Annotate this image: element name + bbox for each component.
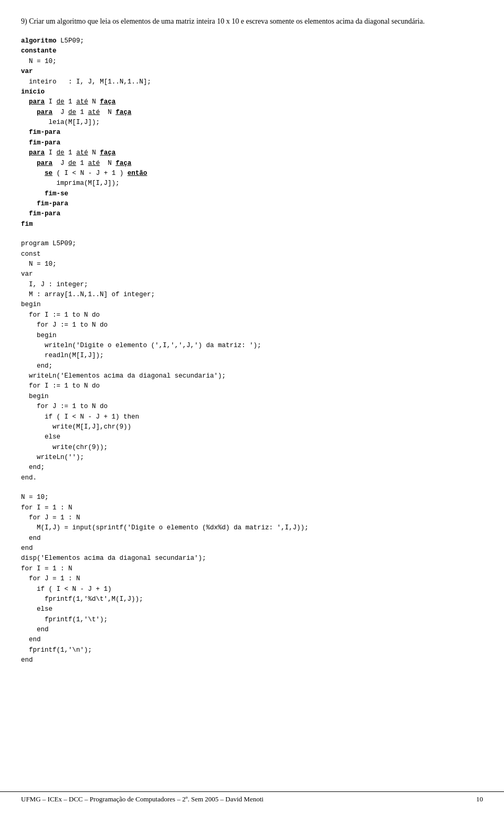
footer-right: 10	[476, 795, 483, 803]
footer-left: UFMG – ICEx – DCC – Programação de Compu…	[21, 795, 264, 803]
pseudocode-block: algoritmo L5P09; constante N = 10; var i…	[21, 36, 483, 229]
question-header: 9) Criar um algoritmo que leia os elemen…	[21, 16, 483, 27]
question-text: 9) Criar um algoritmo que leia os elemen…	[21, 17, 425, 25]
pascal-block: program L5P09; const N = 10; var I, J : …	[21, 239, 483, 483]
footer: UFMG – ICEx – DCC – Programação de Compu…	[0, 791, 504, 803]
matlab-block: N = 10; for I = 1 : N for J = 1 : N M(I,…	[21, 493, 483, 665]
